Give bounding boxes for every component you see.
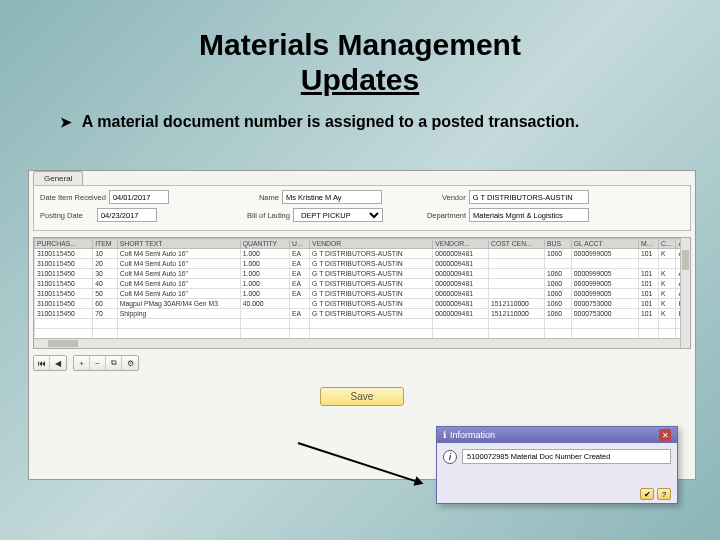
popup-help-button[interactable]: ? [657, 488, 671, 500]
bullet-text: A material document number is assigned t… [82, 113, 579, 130]
info-icon: i [443, 450, 457, 464]
bullet-line: ➤ A material document number is assigned… [60, 113, 670, 131]
delete-row-icon[interactable]: − [90, 356, 106, 370]
table-row[interactable]: 310011545010Colt M4 Semi Auto 16"1.000EA… [35, 249, 690, 259]
save-button[interactable]: Save [320, 387, 405, 406]
column-header[interactable]: COST CEN... [489, 239, 545, 249]
prev-page-icon[interactable]: ◀ [50, 356, 66, 370]
table-row[interactable]: 310011545030Colt M4 Semi Auto 16"1.000EA… [35, 269, 690, 279]
department-label: Department [427, 211, 466, 220]
popup-title-text: Information [450, 430, 495, 440]
column-header[interactable]: PURCHAS... [35, 239, 93, 249]
table-row[interactable]: 310011545040Colt M4 Semi Auto 16"1.000EA… [35, 279, 690, 289]
column-header[interactable]: U... [289, 239, 309, 249]
name-input[interactable] [282, 190, 382, 204]
column-header[interactable]: C... [659, 239, 676, 249]
date-received-label: Date Item Received [40, 193, 106, 202]
table-row[interactable] [35, 329, 690, 339]
column-header[interactable]: VENDOR [310, 239, 433, 249]
popup-message: 5100072985 Material Doc Number Created [462, 449, 671, 464]
column-header[interactable]: VENDOR... [433, 239, 489, 249]
column-header[interactable]: GL ACCT [571, 239, 638, 249]
first-page-icon[interactable]: ⏮ [34, 356, 50, 370]
department-input[interactable] [469, 208, 589, 222]
table-row[interactable] [35, 319, 690, 329]
page-title: Materials Management Updates [0, 28, 720, 97]
vertical-scrollbar[interactable] [680, 238, 690, 348]
column-header[interactable]: M... [638, 239, 658, 249]
name-label: Name [259, 193, 279, 202]
table-row[interactable]: 310011545050Colt M4 Semi Auto 16"1.000EA… [35, 289, 690, 299]
column-header[interactable]: BUS [544, 239, 571, 249]
horizontal-scrollbar[interactable] [34, 338, 680, 348]
info-title-icon: ℹ [443, 430, 446, 440]
bullet-arrow-icon: ➤ [60, 114, 72, 130]
copy-row-icon[interactable]: ⧉ [106, 356, 122, 370]
date-received-input[interactable] [109, 190, 169, 204]
table-toolbar: ⏮ ◀ + − ⧉ ⚙ [33, 355, 691, 371]
vendor-input[interactable] [469, 190, 589, 204]
close-icon[interactable]: ✕ [659, 429, 671, 441]
line-items-table[interactable]: PURCHAS...ITEMSHORT TEXTQUANTITYU...VEND… [33, 237, 691, 349]
table-row[interactable]: 310011545020Colt M4 Semi Auto 16"1.000EA… [35, 259, 690, 269]
vendor-label: Vendor [442, 193, 466, 202]
settings-icon[interactable]: ⚙ [122, 356, 138, 370]
popup-ok-button[interactable]: ✔ [640, 488, 654, 500]
table-row[interactable]: 310011545070ShippingEAG T DISTRIBUTORS-A… [35, 309, 690, 319]
information-dialog: ℹ Information ✕ i 5100072985 Material Do… [436, 426, 678, 504]
table-row[interactable]: 310011545060Magpul PMag 30AR/M4 Gen M340… [35, 299, 690, 309]
tab-general[interactable]: General [33, 171, 83, 185]
column-header[interactable]: QUANTITY [240, 239, 289, 249]
posting-date-input[interactable] [97, 208, 157, 222]
bill-lading-label: Bill of Lading [247, 211, 290, 220]
bill-lading-select[interactable]: DEPT PICKUP [293, 208, 383, 222]
column-header[interactable]: ITEM [93, 239, 118, 249]
posting-date-label: Posting Date [40, 211, 83, 220]
column-header[interactable]: SHORT TEXT [117, 239, 240, 249]
header-panel: Date Item Received Name Vendor Posting D… [33, 185, 691, 231]
add-row-icon[interactable]: + [74, 356, 90, 370]
